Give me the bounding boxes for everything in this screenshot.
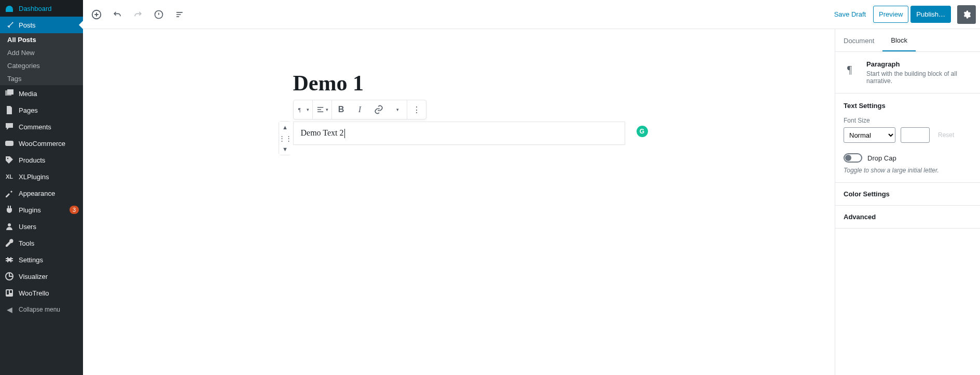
content-structure-button[interactable]: [149, 5, 168, 24]
pin-icon: [4, 20, 15, 30]
comments-icon: [4, 122, 15, 132]
sidebar-item-label: XLPlugins: [19, 173, 79, 181]
sidebar-item-comments[interactable]: Comments: [0, 118, 83, 135]
redo-button[interactable]: [129, 5, 147, 24]
sidebar-subitem-categories[interactable]: Categories: [0, 59, 83, 72]
drag-handle[interactable]: ⋮⋮: [279, 133, 292, 143]
pages-icon: [4, 105, 15, 115]
move-up-button[interactable]: ▲: [279, 122, 292, 133]
undo-button[interactable]: [108, 5, 127, 24]
sidebar-item-settings[interactable]: Settings: [0, 251, 83, 268]
preview-button[interactable]: Preview: [873, 6, 908, 23]
sidebar-item-label: Tools: [19, 239, 79, 247]
paragraph-block-wrapper: ▲ ⋮⋮ ▼ ¶ ▾: [293, 122, 625, 145]
drop-cap-hint: Toggle to show a large initial letter.: [844, 167, 972, 174]
block-navigation-button[interactable]: [170, 5, 189, 24]
editor-canvas[interactable]: Demo 1 ▲ ⋮⋮ ▼ ¶ ▾: [83, 29, 835, 375]
bold-button[interactable]: B: [332, 100, 351, 119]
sidebar-item-dashboard[interactable]: Dashboard: [0, 0, 83, 17]
sidebar-item-tools[interactable]: Tools: [0, 235, 83, 251]
sidebar-item-label: Comments: [19, 123, 79, 131]
font-size-custom-input[interactable]: [901, 127, 930, 143]
svg-rect-5: [7, 290, 9, 294]
admin-sidebar: Dashboard Posts All Posts Add New Catego…: [0, 0, 83, 375]
publish-button[interactable]: Publish…: [910, 6, 951, 23]
color-settings-panel-toggle[interactable]: Color Settings: [835, 183, 980, 206]
collapse-label: Collapse menu: [19, 306, 79, 313]
editor-topbar: Save Draft Preview Publish…: [83, 0, 980, 29]
grammarly-icon[interactable]: G: [637, 126, 648, 137]
sidebar-item-visualizer[interactable]: Visualizer: [0, 268, 83, 285]
settings-gear-button[interactable]: [957, 5, 976, 24]
sidebar-submenu-posts: All Posts Add New Categories Tags: [0, 33, 83, 85]
block-card-title: Paragraph: [866, 60, 972, 68]
font-size-select[interactable]: Normal: [844, 127, 895, 143]
sidebar-item-media[interactable]: Media: [0, 85, 83, 102]
block-more-options-button[interactable]: ⋮: [407, 100, 426, 119]
sidebar-item-label: Products: [19, 156, 79, 164]
svg-rect-0: [5, 141, 13, 146]
add-block-button[interactable]: [87, 5, 106, 24]
woo-icon: [4, 138, 15, 149]
sidebar-item-products[interactable]: Products: [0, 152, 83, 168]
block-card-section: ¶ Paragraph Start with the building bloc…: [835, 52, 980, 93]
paragraph-text: Demo Text 2: [301, 128, 344, 137]
plugins-update-badge: 3: [70, 206, 79, 214]
sidebar-item-plugins[interactable]: Plugins 3: [0, 202, 83, 218]
xl-icon: XL: [4, 171, 15, 182]
text-cursor: [344, 129, 345, 138]
sidebar-item-label: Users: [19, 223, 79, 231]
tab-document[interactable]: Document: [835, 29, 882, 51]
sidebar-item-label: Settings: [19, 256, 79, 264]
sidebar-item-wootrello[interactable]: WooTrello: [0, 285, 83, 301]
block-card-desc: Start with the building block of all nar…: [866, 70, 972, 85]
editor-main: Save Draft Preview Publish… Demo 1 ▲ ⋮⋮ …: [83, 0, 980, 375]
sidebar-item-xlplugins[interactable]: XL XLPlugins: [0, 168, 83, 185]
sidebar-subitem-tags[interactable]: Tags: [0, 72, 83, 85]
sidebar-item-label: Plugins: [19, 206, 65, 214]
svg-text:¶: ¶: [847, 64, 852, 75]
inspector-sidebar: Document Block ¶ Paragraph Start with th…: [835, 29, 980, 375]
text-settings-heading: Text Settings: [844, 102, 972, 110]
visualizer-icon: [4, 271, 15, 282]
paragraph-block[interactable]: Demo Text 2: [293, 122, 625, 145]
sidebar-item-posts[interactable]: Posts: [0, 17, 83, 33]
more-rich-text-button[interactable]: ▾: [388, 100, 407, 119]
align-button[interactable]: ▾: [313, 100, 332, 119]
collapse-menu-button[interactable]: ◀ Collapse menu: [0, 301, 83, 318]
sidebar-item-label: WooCommerce: [19, 140, 79, 148]
save-draft-button[interactable]: Save Draft: [829, 6, 871, 23]
appearance-icon: [4, 188, 15, 198]
sidebar-subitem-add-new[interactable]: Add New: [0, 46, 83, 59]
sidebar-item-pages[interactable]: Pages: [0, 102, 83, 118]
block-mover: ▲ ⋮⋮ ▼: [279, 121, 291, 155]
move-down-button[interactable]: ▼: [279, 143, 292, 155]
sidebar-item-label: Posts: [19, 21, 79, 29]
sidebar-item-label: Appearance: [19, 190, 79, 197]
link-button[interactable]: [369, 100, 388, 119]
change-block-type-button[interactable]: ¶ ▾: [294, 100, 312, 119]
drop-cap-toggle[interactable]: [844, 153, 862, 163]
block-toolbar: ¶ ▾ ▾ B I: [293, 100, 426, 119]
font-size-reset-button[interactable]: Reset: [935, 131, 957, 139]
post-title[interactable]: Demo 1: [293, 71, 625, 96]
sidebar-item-label: Dashboard: [19, 5, 79, 12]
sidebar-item-users[interactable]: Users: [0, 218, 83, 235]
sidebar-item-label: Pages: [19, 106, 79, 114]
tools-icon: [4, 238, 15, 248]
tab-block[interactable]: Block: [882, 29, 916, 51]
collapse-icon: ◀: [4, 304, 15, 315]
sidebar-item-label: Visualizer: [19, 273, 79, 280]
italic-button[interactable]: I: [351, 100, 369, 119]
advanced-panel-toggle[interactable]: Advanced: [835, 206, 980, 229]
sidebar-item-appearance[interactable]: Appearance: [0, 185, 83, 202]
settings-icon: [4, 255, 15, 265]
font-size-label: Font Size: [844, 117, 972, 124]
sidebar-item-label: WooTrello: [19, 289, 79, 297]
svg-text:¶: ¶: [298, 106, 300, 113]
text-settings-section: Text Settings Font Size Normal Reset Dro…: [835, 93, 980, 183]
sidebar-item-woocommerce[interactable]: WooCommerce: [0, 135, 83, 152]
svg-point-2: [8, 223, 11, 226]
dashboard-icon: [4, 3, 15, 14]
sidebar-subitem-all-posts[interactable]: All Posts: [0, 33, 83, 46]
